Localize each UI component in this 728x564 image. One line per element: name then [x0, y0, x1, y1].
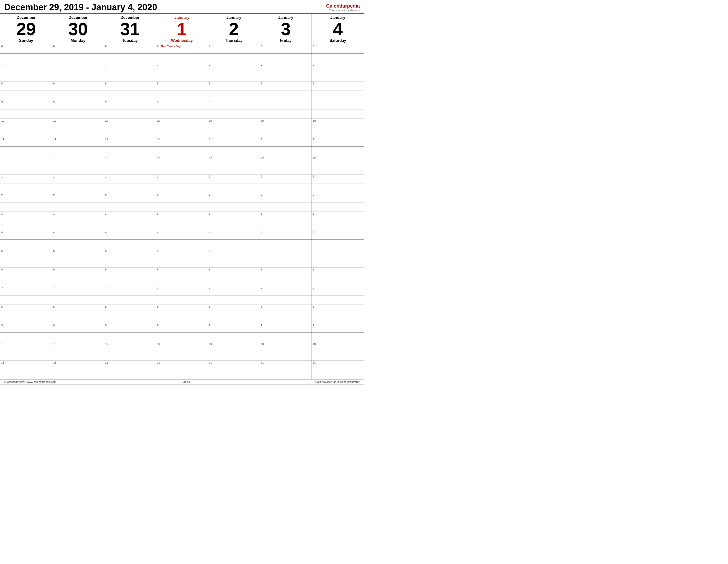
- time-row: [52, 370, 104, 379]
- time-row: [312, 184, 364, 193]
- time-label: 9: [261, 101, 264, 104]
- time-row: 9: [156, 323, 208, 333]
- day-header-sunday: December 29 Sunday: [0, 14, 52, 44]
- time-label: 6: [261, 45, 264, 48]
- time-row: 9: [260, 100, 312, 109]
- time-row: [312, 333, 364, 342]
- time-row: 12: [0, 156, 52, 165]
- day-column-tuesday: 67891011121234567891011: [104, 44, 156, 379]
- time-label: 11: [105, 138, 109, 141]
- time-row: [260, 351, 312, 360]
- time-row: [312, 109, 364, 119]
- time-row: [156, 370, 208, 379]
- day-name: Tuesday: [105, 38, 155, 43]
- time-label: 7: [53, 63, 57, 66]
- time-row: [312, 203, 364, 212]
- time-row: 11: [312, 360, 364, 370]
- time-label: 11: [261, 361, 264, 364]
- time-row: 4: [0, 230, 52, 240]
- time-row: 11: [0, 137, 52, 147]
- time-row: 9: [0, 323, 52, 333]
- time-row: 4: [156, 230, 208, 240]
- time-row: 6: [0, 44, 52, 54]
- time-row: [156, 147, 208, 156]
- time-row: [104, 351, 156, 360]
- time-label: 1: [261, 175, 264, 178]
- time-row: [0, 184, 52, 193]
- time-label: 9: [1, 324, 5, 327]
- time-row: [52, 184, 104, 193]
- time-row: [104, 258, 156, 268]
- time-label: 11: [157, 138, 160, 141]
- time-label: 2: [157, 194, 160, 197]
- logo: Calendarpedia: [326, 3, 360, 9]
- time-row: 9: [208, 323, 260, 333]
- time-row: [156, 165, 208, 175]
- time-row: 7: [52, 63, 104, 72]
- time-row: 6New Year's Day: [156, 44, 208, 54]
- time-row: [0, 203, 52, 212]
- time-row: [156, 314, 208, 323]
- day-number: 3: [261, 20, 311, 38]
- time-label: 8: [157, 305, 160, 308]
- time-row: 6: [312, 44, 364, 54]
- time-row: [52, 295, 104, 305]
- time-row: [260, 314, 312, 323]
- time-row: [0, 72, 52, 82]
- time-row: [104, 203, 156, 212]
- time-row: [0, 351, 52, 360]
- time-row: [104, 128, 156, 137]
- time-row: 1: [260, 175, 312, 184]
- time-row: [52, 351, 104, 360]
- time-row: 7: [208, 63, 260, 72]
- time-row: [52, 203, 104, 212]
- time-row: [208, 314, 260, 323]
- time-label: 10: [209, 119, 212, 122]
- time-row: 6: [104, 44, 156, 54]
- time-label: 9: [209, 324, 212, 327]
- time-row: 11: [52, 137, 104, 147]
- time-label: 9: [53, 101, 57, 104]
- time-row: 4: [208, 230, 260, 240]
- time-row: 5: [156, 249, 208, 258]
- time-label: 7: [53, 286, 57, 289]
- time-row: [208, 333, 260, 342]
- time-label: 10: [261, 342, 264, 345]
- time-row: 4: [312, 230, 364, 240]
- time-row: [0, 240, 52, 249]
- time-row: 8: [260, 305, 312, 314]
- time-label: 6: [1, 268, 5, 271]
- page-title: December 29, 2019 - January 4, 2020: [4, 2, 157, 12]
- time-label: 8: [1, 82, 5, 85]
- time-label: 9: [157, 324, 160, 327]
- day-header-friday: January 3 Friday: [260, 14, 312, 44]
- time-label: 8: [105, 305, 109, 308]
- time-label: 8: [1, 305, 5, 308]
- calendar-event: New Year's Day: [161, 45, 181, 48]
- time-row: [260, 91, 312, 100]
- time-label: 1: [53, 175, 57, 178]
- footer-center: Page 1: [182, 380, 190, 383]
- time-row: 11: [208, 360, 260, 370]
- time-label: 10: [53, 342, 57, 345]
- time-row: [104, 91, 156, 100]
- day-number: 31: [105, 20, 155, 38]
- time-row: [312, 128, 364, 137]
- footer-left: © Calendarpedia® www.calendarpedia.com: [4, 380, 56, 383]
- time-row: 10: [0, 342, 52, 351]
- day-column-wednesday: 6New Year's Day7891011121234567891011: [156, 44, 208, 379]
- time-row: 9: [104, 100, 156, 109]
- time-row: [312, 165, 364, 175]
- time-label: 8: [313, 82, 316, 85]
- time-label: 7: [209, 63, 212, 66]
- time-label: 4: [209, 231, 212, 234]
- time-label: 9: [53, 324, 57, 327]
- day-number: 1: [157, 20, 207, 38]
- time-label: 10: [1, 119, 5, 122]
- time-row: [208, 128, 260, 137]
- time-label: 6: [105, 45, 109, 48]
- time-row: [104, 72, 156, 82]
- time-row: 10: [104, 342, 156, 351]
- time-row: 12: [104, 156, 156, 165]
- time-label: 6: [53, 268, 57, 271]
